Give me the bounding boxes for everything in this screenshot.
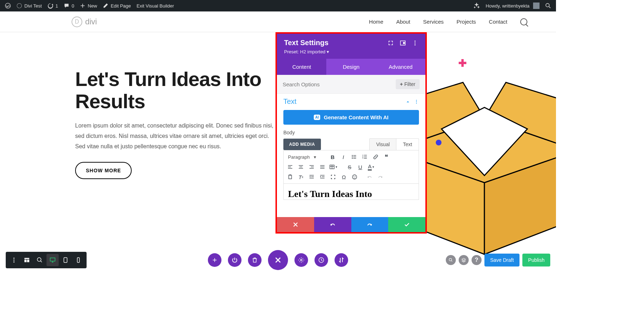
wireframe-icon[interactable] — [21, 254, 33, 266]
editor-tab-visual[interactable]: Visual — [369, 138, 396, 150]
show-more-button[interactable]: SHOW MORE — [75, 162, 132, 179]
outdent-icon[interactable] — [307, 172, 317, 182]
help-icon[interactable]: ? — [472, 255, 482, 265]
ul-icon[interactable] — [349, 152, 359, 162]
svg-point-2 — [546, 4, 550, 7]
align-justify-icon[interactable] — [317, 162, 327, 172]
section-kebab-icon[interactable] — [414, 99, 419, 104]
ai-sparkle-icon[interactable] — [470, 0, 483, 11]
tab-design[interactable]: Design — [326, 59, 376, 75]
search-icon[interactable] — [542, 0, 554, 11]
exit-visual-builder[interactable]: Exit Visual Builder — [134, 0, 177, 11]
svg-rect-29 — [288, 165, 292, 165]
special-char-icon[interactable]: Ω — [339, 172, 349, 182]
tablet-icon[interactable] — [59, 254, 72, 266]
indent-icon[interactable] — [317, 172, 327, 182]
svg-rect-49 — [320, 175, 325, 176]
editor-content[interactable]: Let's Turn Ideas Into — [283, 184, 419, 200]
wp-logo[interactable] — [2, 0, 14, 11]
save-button[interactable] — [388, 217, 425, 232]
clear-format-icon[interactable]: Tx — [296, 172, 306, 182]
site-name[interactable]: Divi Test — [14, 0, 45, 11]
tab-advanced[interactable]: Advanced — [376, 59, 425, 75]
nav-contact[interactable]: Contact — [489, 19, 507, 25]
nav-about[interactable]: About — [396, 19, 410, 25]
history-icon[interactable] — [314, 253, 328, 267]
fullscreen-icon[interactable] — [328, 172, 338, 182]
align-right-icon[interactable] — [307, 162, 317, 172]
underline-icon[interactable]: U — [355, 162, 365, 172]
align-center-icon[interactable] — [296, 162, 306, 172]
logo[interactable]: D divi — [72, 16, 97, 27]
preset-dropdown[interactable]: Preset: H2 imported ▾ — [284, 49, 418, 54]
hero-title[interactable]: Let's Turn Ideas Into Results — [75, 68, 279, 112]
search-row: +Filter — [277, 75, 425, 94]
table-icon[interactable]: ▾ — [328, 162, 338, 172]
undo-icon[interactable] — [365, 172, 375, 182]
desktop-icon[interactable] — [47, 254, 59, 266]
discard-button[interactable] — [277, 217, 314, 232]
align-left-icon[interactable] — [285, 162, 295, 172]
howdy-user[interactable]: Howdy, writtenbyekta — [483, 0, 542, 11]
emoji-icon[interactable] — [350, 172, 360, 182]
format-select[interactable]: Paragraph ▾ — [285, 153, 327, 161]
updates[interactable]: 1 — [45, 0, 61, 11]
logo-icon: D — [72, 16, 82, 27]
filter-button[interactable]: +Filter — [396, 79, 420, 89]
snap-icon[interactable] — [400, 40, 406, 46]
redo-icon[interactable] — [375, 172, 385, 182]
quote-icon[interactable]: ❝ — [381, 152, 391, 162]
svg-point-54 — [355, 176, 356, 177]
save-draft-button[interactable]: Save Draft — [484, 254, 519, 266]
nav-services[interactable]: Services — [423, 19, 444, 25]
italic-icon[interactable]: I — [338, 152, 348, 162]
nav-home[interactable]: Home — [369, 19, 383, 25]
svg-rect-60 — [27, 260, 29, 263]
svg-rect-39 — [320, 167, 325, 167]
hero-section: Let's Turn Ideas Into Results Lorem ipsu… — [0, 32, 279, 179]
strike-icon[interactable]: S — [345, 162, 355, 172]
svg-rect-10 — [403, 42, 405, 44]
nav-projects[interactable]: Projects — [457, 19, 476, 25]
bold-icon[interactable]: B — [328, 152, 338, 162]
svg-rect-47 — [311, 177, 314, 177]
gear-icon[interactable] — [294, 253, 308, 267]
link-icon[interactable] — [371, 152, 381, 162]
sort-icon[interactable] — [335, 253, 348, 267]
undo-button[interactable] — [314, 217, 351, 232]
svg-point-53 — [353, 176, 354, 177]
find-icon[interactable] — [446, 255, 456, 265]
svg-rect-64 — [77, 258, 79, 263]
svg-rect-62 — [50, 258, 55, 261]
svg-rect-50 — [322, 177, 325, 177]
textcolor-icon[interactable]: A▾ — [366, 162, 376, 172]
publish-button[interactable]: Publish — [522, 254, 550, 266]
chevron-up-icon[interactable] — [405, 99, 410, 104]
tab-content[interactable]: Content — [277, 59, 326, 75]
add-icon[interactable] — [208, 253, 221, 267]
section-text[interactable]: Text — [277, 94, 425, 108]
nav-search-icon[interactable] — [520, 18, 527, 25]
phone-icon[interactable] — [72, 254, 84, 266]
add-media-button[interactable]: ADD MEDIA — [283, 139, 321, 150]
svg-rect-32 — [299, 165, 303, 165]
menu-icon[interactable] — [8, 254, 20, 266]
search-options-input[interactable] — [283, 81, 396, 87]
redo-button[interactable] — [351, 217, 389, 232]
expand-icon[interactable] — [387, 40, 394, 46]
generate-ai-button[interactable]: AI Generate Content With AI — [283, 110, 419, 125]
body-label: Body — [277, 130, 425, 138]
save-controls: ? Save Draft Publish — [446, 254, 550, 266]
paste-icon[interactable] — [285, 172, 295, 182]
new[interactable]: New — [77, 0, 100, 11]
ol-icon[interactable]: 123 — [360, 152, 370, 162]
kebab-icon[interactable] — [412, 40, 418, 46]
editor-tab-text[interactable]: Text — [396, 138, 419, 150]
layers-icon[interactable] — [459, 255, 469, 265]
power-icon[interactable] — [228, 253, 241, 267]
comments[interactable]: 0 — [61, 0, 77, 11]
edit-page[interactable]: Edit Page — [100, 0, 133, 11]
trash-icon[interactable] — [248, 253, 262, 267]
close-icon[interactable] — [268, 250, 288, 270]
zoom-icon[interactable] — [34, 254, 46, 266]
